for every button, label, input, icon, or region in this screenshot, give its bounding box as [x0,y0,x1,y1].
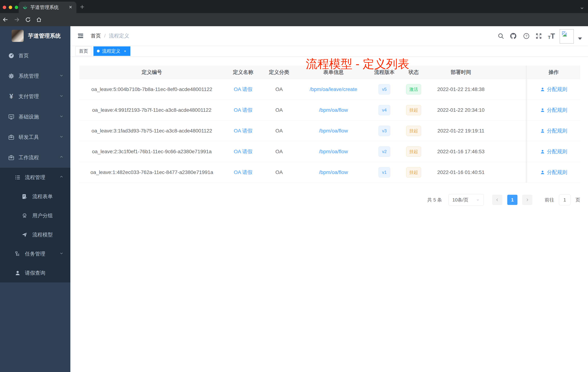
sidebar-item-user-group[interactable]: 用户分组 [0,206,70,225]
favicon-sprout-icon [22,4,28,11]
chevron-down-icon [59,134,64,141]
sidebar-item-label: 工作流程 [19,154,39,161]
sidebar-item-process-model[interactable]: 流程模型 [0,225,70,244]
form-link[interactable]: /bpm/oa/flow [319,149,348,154]
monitor-icon [7,114,15,120]
assign-rule-link[interactable]: 分配规则 [540,127,567,134]
assign-rule-link[interactable]: 分配规则 [540,169,567,176]
forward-button[interactable] [13,16,20,23]
active-dot-icon [97,50,100,52]
definition-name-link[interactable]: OA 请假 [234,107,252,114]
definition-table: 定义编号 定义名称 定义分类 表单信息 流程版本 状态 部署时间 操作 oa_l… [79,66,580,183]
zoom-window-button[interactable] [15,6,18,9]
yen-icon: ¥ [7,93,15,100]
close-window-button[interactable] [3,6,6,9]
table-row: oa_leave:5:004b710b-7b8a-11ec-8ef0-acde4… [79,79,580,100]
table-row: oa_leave:4:991f2193-7b7f-11ec-a3c8-acde4… [79,100,580,120]
github-icon[interactable] [509,33,517,40]
chevron-down-icon [59,251,64,257]
assign-rule-link[interactable]: 分配规则 [540,86,567,93]
font-size-icon[interactable]: TT [547,33,556,40]
user-icon [540,87,545,92]
chevron-down-icon [59,93,64,100]
sidebar-item-label: 流程模型 [32,231,53,238]
sidebar-logo: 芋道管理系统 [0,26,70,45]
deploy-time: 2022-01-16 01:40:51 [429,162,493,183]
sidebar-item-label: 首页 [19,52,29,59]
form-link[interactable]: /bpm/oa/flow [319,169,348,175]
paper-plane-icon [21,232,29,238]
minimize-window-button[interactable] [9,6,12,9]
user-avatar[interactable] [560,29,574,44]
sidebar-item-payment[interactable]: ¥ 支付管理 [0,86,70,107]
form-link[interactable]: /bpm/oa/flow [319,107,348,113]
definition-name-link[interactable]: OA 请假 [234,148,252,155]
table-row: oa_leave:1:482ec033-762a-11ec-8477-a2380… [79,162,580,183]
sidebar-item-leave-query[interactable]: 请假查询 [0,263,70,283]
tag-process-definition[interactable]: 流程定义 [94,46,130,56]
sidebar-item-process-form[interactable]: 流程表单 [0,187,70,206]
help-icon[interactable]: ? [522,33,530,40]
avatar-caret-icon[interactable] [578,37,582,40]
sidebar-item-label: 系统管理 [19,73,39,79]
definition-id: oa_leave:1:482ec033-762a-11ec-8477-a2380… [79,162,224,183]
prev-page-button[interactable] [492,195,502,205]
tab-close-icon[interactable] [68,5,73,10]
tab-search-caret-icon[interactable] [580,6,584,11]
version-badge: v2 [378,146,390,157]
user-icon [540,170,545,175]
search-icon[interactable] [497,33,505,40]
sidebar-item-process-management[interactable]: 流程管理 [0,168,70,187]
tab-title: 芋道管理系统 [30,4,68,11]
column-header: 部署时间 [429,66,493,79]
assign-rule-link[interactable]: 分配规则 [540,107,567,114]
definition-name-link[interactable]: OA 请假 [234,169,252,176]
sidebar-item-infrastructure[interactable]: 基础设施 [0,107,70,127]
status-badge: 激活 [406,84,421,94]
page-size-value: 10条/页 [452,197,468,203]
sidebar-item-label: 研发工具 [19,134,39,141]
column-header: 定义编号 [79,66,224,79]
breadcrumb-home[interactable]: 首页 [91,33,101,39]
page-unit-label: 页 [576,197,580,203]
user-icon [540,128,545,133]
sidebar-item-dev-tools[interactable]: 研发工具 [0,127,70,147]
assign-rule-link[interactable]: 分配规则 [540,148,567,155]
table-row: oa_leave:3:1fad3d93-7b75-11ec-a3c8-acde4… [79,120,580,141]
tag-home[interactable]: 首页 [75,46,92,56]
workflow-submenu: 流程管理 流程表单 用户分组 流程模 [0,168,70,283]
sidebar-toggle-icon[interactable] [77,32,84,40]
sidebar-item-label: 任务管理 [25,251,45,257]
page-number-active[interactable]: 1 [507,195,517,205]
macos-traffic-lights[interactable] [3,6,18,9]
back-button[interactable] [2,16,9,23]
home-button[interactable] [35,16,42,23]
form-link[interactable]: /bpm/oa/leave/create [310,87,357,92]
tag-close-icon[interactable] [123,49,127,53]
sidebar-item-workflow[interactable]: 工作流程 [0,147,70,168]
chevron-right-icon [525,197,530,202]
sidebar-item-system[interactable]: 系统管理 [0,66,70,86]
fullscreen-icon[interactable] [535,33,543,40]
goto-page-input[interactable] [559,194,571,205]
reload-button[interactable] [24,16,32,23]
broken-image-icon [561,30,568,37]
form-link[interactable]: /bpm/oa/flow [319,128,348,134]
person-icon [14,270,22,276]
chevron-up-icon [59,154,64,161]
form-icon [21,194,29,200]
browser-tab[interactable]: 芋道管理系统 [19,2,76,13]
chevron-down-icon [476,198,480,202]
definition-name-link[interactable]: OA 请假 [234,127,252,134]
page-size-select[interactable]: 10条/页 [449,194,484,206]
sidebar-item-task-management[interactable]: 任务管理 [0,244,70,263]
definition-category: OA [262,141,296,162]
new-tab-button[interactable] [79,3,86,11]
user-icon [540,149,545,154]
definition-name-link[interactable]: OA 请假 [234,86,252,93]
next-page-button[interactable] [522,195,532,205]
sidebar-item-home[interactable]: 首页 [0,45,70,66]
chevron-down-icon [59,73,64,79]
status-badge: 挂起 [406,167,421,177]
deploy-time: 2022-01-22 19:19:11 [429,120,493,141]
